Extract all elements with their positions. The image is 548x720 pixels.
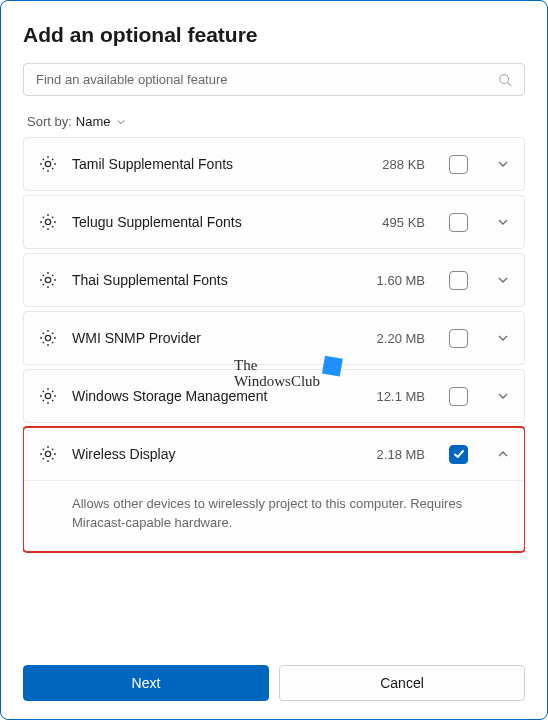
feature-checkbox[interactable] xyxy=(449,329,468,348)
feature-row: Wireless Display2.18 MBAllows other devi… xyxy=(23,427,525,552)
feature-row-main[interactable]: Wireless Display2.18 MB xyxy=(24,428,524,480)
chevron-down-icon xyxy=(496,215,510,229)
svg-point-7 xyxy=(45,451,50,456)
feature-row-main[interactable]: Telugu Supplemental Fonts495 KB xyxy=(24,196,524,248)
feature-row: Thai Supplemental Fonts1.60 MB xyxy=(23,253,525,307)
search-input[interactable] xyxy=(36,72,498,87)
feature-size: 2.20 MB xyxy=(369,331,425,346)
feature-size: 2.18 MB xyxy=(369,447,425,462)
feature-row: Tamil Supplemental Fonts288 KB xyxy=(23,137,525,191)
feature-name: Wireless Display xyxy=(72,446,355,462)
svg-point-4 xyxy=(45,277,50,282)
chevron-down-icon xyxy=(496,157,510,171)
chevron-down-icon xyxy=(496,273,510,287)
feature-list: Tamil Supplemental Fonts288 KBTelugu Sup… xyxy=(23,137,525,643)
search-box[interactable] xyxy=(23,63,525,96)
feature-checkbox[interactable] xyxy=(449,213,468,232)
feature-name: WMI SNMP Provider xyxy=(72,330,355,346)
svg-point-6 xyxy=(45,393,50,398)
gear-icon xyxy=(38,270,58,290)
feature-row: WMI SNMP Provider2.20 MB xyxy=(23,311,525,365)
gear-icon xyxy=(38,328,58,348)
feature-checkbox[interactable] xyxy=(449,387,468,406)
svg-point-3 xyxy=(45,219,50,224)
gear-icon xyxy=(38,154,58,174)
feature-row-main[interactable]: Windows Storage Management12.1 MB xyxy=(24,370,524,422)
feature-size: 1.60 MB xyxy=(369,273,425,288)
sort-value: Name xyxy=(76,114,111,129)
gear-icon xyxy=(38,444,58,464)
search-icon xyxy=(498,73,512,87)
sort-dropdown[interactable]: Sort by: Name xyxy=(23,114,525,129)
dialog-title: Add an optional feature xyxy=(23,23,525,47)
feature-row-main[interactable]: Thai Supplemental Fonts1.60 MB xyxy=(24,254,524,306)
feature-name: Telugu Supplemental Fonts xyxy=(72,214,355,230)
svg-point-2 xyxy=(45,161,50,166)
feature-row: Telugu Supplemental Fonts495 KB xyxy=(23,195,525,249)
chevron-down-icon xyxy=(496,331,510,345)
next-button[interactable]: Next xyxy=(23,665,269,701)
feature-checkbox[interactable] xyxy=(449,155,468,174)
gear-icon xyxy=(38,386,58,406)
feature-row-main[interactable]: WMI SNMP Provider2.20 MB xyxy=(24,312,524,364)
footer: Next Cancel xyxy=(23,643,525,701)
feature-size: 12.1 MB xyxy=(369,389,425,404)
dialog: Add an optional feature Sort by: Name Ta… xyxy=(0,0,548,720)
feature-name: Thai Supplemental Fonts xyxy=(72,272,355,288)
sort-label: Sort by: xyxy=(27,114,72,129)
feature-checkbox[interactable] xyxy=(449,445,468,464)
feature-checkbox[interactable] xyxy=(449,271,468,290)
feature-row-main[interactable]: Tamil Supplemental Fonts288 KB xyxy=(24,138,524,190)
svg-line-1 xyxy=(508,82,512,86)
feature-name: Windows Storage Management xyxy=(72,388,355,404)
feature-name: Tamil Supplemental Fonts xyxy=(72,156,355,172)
feature-size: 288 KB xyxy=(369,157,425,172)
svg-point-5 xyxy=(45,335,50,340)
svg-point-0 xyxy=(500,74,509,83)
cancel-button[interactable]: Cancel xyxy=(279,665,525,701)
feature-size: 495 KB xyxy=(369,215,425,230)
feature-row: Windows Storage Management12.1 MB xyxy=(23,369,525,423)
gear-icon xyxy=(38,212,58,232)
chevron-down-icon xyxy=(496,389,510,403)
chevron-up-icon xyxy=(496,447,510,461)
chevron-down-icon xyxy=(116,117,126,127)
feature-description: Allows other devices to wirelessly proje… xyxy=(24,480,524,551)
